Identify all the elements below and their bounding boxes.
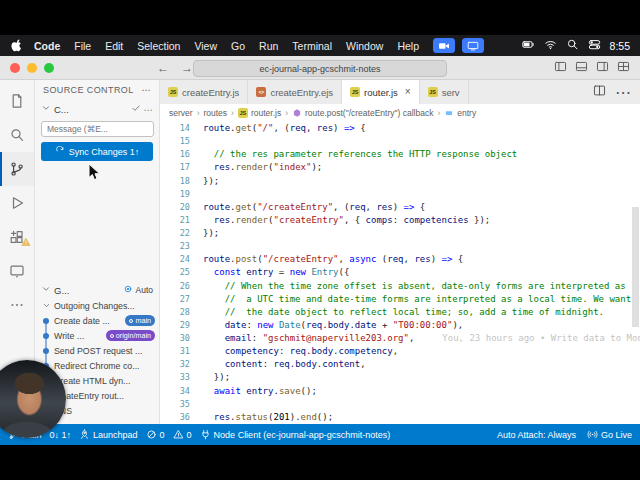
tab-createEntry.ejs[interactable]: <>createEntry.ejs — [248, 80, 342, 104]
code-line[interactable]: 32 content: req.body.content, — [160, 358, 640, 371]
breadcrumb-item[interactable]: entry — [444, 108, 476, 118]
status-node-client[interactable]: Node Client (ec-journal-app-gcschmit-not… — [200, 429, 391, 440]
scm-graph-row[interactable]: Outgoing Changes... — [35, 298, 159, 313]
scrollbar-thumb[interactable] — [632, 207, 639, 328]
titlebar-layout-panel[interactable] — [575, 59, 588, 77]
close-tab-icon[interactable]: × — [405, 87, 411, 97]
menubar-clock[interactable]: 8:55 — [610, 40, 630, 52]
commit-check-icon[interactable] — [131, 103, 141, 115]
scm-graph-row[interactable]: Write ...origin/main — [35, 328, 159, 343]
editor-action-split-editor[interactable] — [593, 83, 606, 101]
menu-item-selection[interactable]: Selection — [130, 40, 187, 52]
graph-header[interactable]: G... Auto — [35, 282, 159, 298]
activity-more[interactable] — [0, 288, 34, 322]
status-launchpad[interactable]: Launchpad — [79, 429, 138, 440]
navigate-forward-icon[interactable]: → — [181, 61, 193, 75]
code-line[interactable]: 24route.post("/createEntry", async (req,… — [160, 253, 640, 266]
window-zoom-button[interactable] — [44, 63, 54, 73]
code-line[interactable]: 36 res.status(201).end(); — [160, 411, 640, 424]
menubar-search-icon[interactable] — [566, 38, 579, 53]
repo-more-icon[interactable]: ⋯ — [144, 104, 154, 115]
titlebar-layout-right[interactable] — [596, 59, 609, 77]
window-close-button[interactable] — [10, 63, 20, 73]
sync-changes-button[interactable]: Sync Changes 1↑ — [41, 142, 153, 161]
code-line[interactable]: 18}); — [160, 175, 640, 188]
breadcrumb-item[interactable]: routes — [203, 108, 227, 118]
tab-createEntry.js[interactable]: JScreateEntry.js — [160, 80, 248, 104]
code-editor[interactable]: 14route.get("/", (req, res) => {1516 // … — [160, 122, 640, 424]
menu-item-window[interactable]: Window — [339, 40, 390, 52]
activity-source-control[interactable] — [0, 152, 34, 186]
menu-item-help[interactable]: Help — [390, 40, 426, 52]
code-line[interactable]: 15 — [160, 135, 640, 148]
titlebar-layout-sidebar[interactable] — [554, 59, 567, 77]
code-line[interactable]: 23 — [160, 240, 640, 253]
status-warnings[interactable]: 0 — [173, 429, 192, 440]
window-minimize-button[interactable] — [27, 63, 37, 73]
commit-message-input[interactable] — [41, 121, 154, 137]
navigate-back-icon[interactable]: ← — [157, 61, 169, 75]
sidebar-more-icon[interactable]: ⋯ — [142, 85, 151, 95]
apple-menu-icon[interactable] — [10, 39, 23, 52]
code-line[interactable]: 26 // When the time zone offset is absen… — [160, 280, 640, 293]
menubar-camera-chip[interactable] — [433, 38, 455, 53]
code-line[interactable]: 22}); — [160, 227, 640, 240]
menubar-battery-icon[interactable] — [522, 38, 535, 53]
sync-icon — [55, 146, 65, 156]
menu-item-go[interactable]: Go — [224, 40, 252, 52]
code-line[interactable]: 17 res.render("index"); — [160, 161, 640, 174]
menu-item-view[interactable]: View — [187, 40, 224, 52]
code-line[interactable]: 31 competency: req.body.competency, — [160, 345, 640, 358]
activity-search[interactable] — [0, 118, 34, 152]
menubar-wifi-icon[interactable] — [544, 38, 557, 53]
code-line[interactable]: 33 }); — [160, 371, 640, 384]
breadcrumb-item[interactable]: server — [169, 108, 193, 118]
scm-graph-row[interactable]: Send POST request ... — [35, 343, 159, 358]
status-auto-attach[interactable]: Auto Attach: Always — [497, 430, 576, 440]
scm-graph-row[interactable]: Create date ...main — [35, 313, 159, 328]
activity-explorer[interactable] — [0, 84, 34, 118]
auto-refresh-icon[interactable] — [123, 284, 133, 296]
line-number: 26 — [160, 280, 203, 293]
breadcrumb-item[interactable]: route.post("/createEntry") callback — [292, 108, 433, 118]
code-line[interactable]: 25 const entry = new Entry({ — [160, 266, 640, 279]
status-go-live[interactable]: Go Live — [587, 429, 632, 440]
titlebar-customize-layout[interactable] — [617, 59, 630, 77]
status-errors[interactable]: 0 — [146, 429, 165, 440]
tab-router.js[interactable]: JSrouter.js× — [342, 80, 420, 104]
branch-badge[interactable]: origin/main — [106, 330, 155, 341]
menu-item-code[interactable]: Code — [27, 40, 67, 52]
repo-row[interactable]: C... ⋯ — [35, 100, 159, 118]
activity-live-preview[interactable] — [0, 254, 34, 288]
code-line[interactable]: 34 await entry.save(); — [160, 385, 640, 398]
editor-action-more[interactable]: ⋯ — [615, 83, 631, 102]
activity-extensions[interactable] — [0, 220, 34, 254]
command-center[interactable]: ec-journal-app-gcschmit-notes — [193, 60, 447, 77]
code-line[interactable]: 20route.get("/createEntry", (req, res) =… — [160, 201, 640, 214]
tab-serv[interactable]: JSserv — [420, 80, 469, 104]
activity-run-debug[interactable] — [0, 186, 34, 220]
code-line[interactable]: 30 email: "gschmit@naperville203.org",Yo… — [160, 332, 640, 345]
menu-item-run[interactable]: Run — [252, 40, 285, 52]
code-line[interactable]: 19 — [160, 188, 640, 201]
menu-item-terminal[interactable]: Terminal — [285, 40, 339, 52]
menubar-screen-share-chip[interactable] — [462, 38, 484, 53]
line-number: 31 — [160, 345, 203, 358]
code-line[interactable]: 14route.get("/", (req, res) => { — [160, 122, 640, 135]
menu-item-edit[interactable]: Edit — [98, 40, 130, 52]
status-sync-status[interactable]: 0↓ 1↑ — [50, 430, 72, 440]
code-line[interactable]: 16 // the res parameter references the H… — [160, 148, 640, 161]
code-line[interactable]: 29 date: new Date(req.body.date + "T00:0… — [160, 319, 640, 332]
menubar-recording-chips — [426, 38, 484, 53]
line-number: 36 — [160, 411, 203, 424]
editor-scrollbar[interactable] — [631, 122, 640, 424]
menu-item-file[interactable]: File — [67, 40, 98, 52]
breadcrumb-item[interactable]: JSrouter.js — [238, 108, 281, 118]
menubar-control-center-icon[interactable] — [588, 38, 601, 53]
code-line[interactable]: 28 // the date object to reflect local t… — [160, 306, 640, 319]
commit-message: ENS — [54, 406, 155, 416]
code-line[interactable]: 21 res.render("createEntry", { comps: co… — [160, 214, 640, 227]
code-line[interactable]: 35 — [160, 398, 640, 411]
code-line[interactable]: 27 // a UTC time and date-time forms are… — [160, 293, 640, 306]
branch-badge[interactable]: main — [125, 315, 155, 326]
